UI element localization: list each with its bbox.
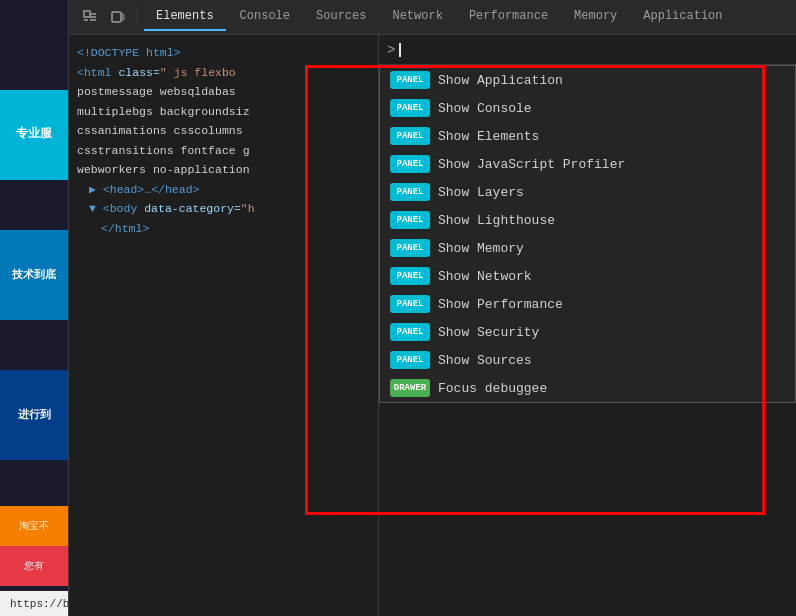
svg-rect-6 — [122, 14, 124, 20]
command-label: Show Network — [438, 269, 532, 284]
website-banner-3: 进行到 — [0, 370, 68, 460]
command-item[interactable]: PanelShow Sources — [380, 346, 795, 374]
console-prompt: > — [387, 42, 395, 58]
console-cursor — [399, 43, 401, 57]
command-item[interactable]: PanelShow Layers — [380, 178, 795, 206]
command-label: Show Layers — [438, 185, 524, 200]
command-badge: Drawer — [390, 379, 430, 397]
command-palette: PanelShow ApplicationPanelShow ConsolePa… — [379, 65, 796, 403]
command-item[interactable]: PanelShow Elements — [380, 122, 795, 150]
command-badge: Panel — [390, 267, 430, 285]
code-line: <html class=" js flexbo — [69, 63, 378, 83]
command-label: Show JavaScript Profiler — [438, 157, 625, 172]
command-badge: Panel — [390, 239, 430, 257]
code-line: webworkers no-application — [69, 160, 378, 180]
tab-network[interactable]: Network — [380, 3, 454, 31]
command-label: Show Sources — [438, 353, 532, 368]
command-badge: Panel — [390, 351, 430, 369]
command-label: Show Console — [438, 101, 532, 116]
command-item[interactable]: PanelShow Lighthouse — [380, 206, 795, 234]
devtools-toolbar: Elements Console Sources Network Perform… — [69, 0, 796, 35]
tab-console[interactable]: Console — [228, 3, 302, 31]
command-item[interactable]: PanelShow Performance — [380, 290, 795, 318]
command-badge: Panel — [390, 99, 430, 117]
svg-rect-0 — [84, 11, 90, 17]
command-badge: Panel — [390, 295, 430, 313]
command-item[interactable]: DrawerFocus debuggee — [380, 374, 795, 402]
command-item[interactable]: PanelShow Memory — [380, 234, 795, 262]
command-badge: Panel — [390, 127, 430, 145]
inspect-element-icon[interactable] — [77, 4, 103, 30]
command-badge: Panel — [390, 155, 430, 173]
command-label: Show Performance — [438, 297, 563, 312]
command-label: Show Security — [438, 325, 539, 340]
devtools-content: <!DOCTYPE html> <html class=" js flexbo … — [69, 35, 796, 616]
command-item[interactable]: PanelShow Network — [380, 262, 795, 290]
toolbar-separator — [137, 7, 138, 27]
command-label: Focus debuggee — [438, 381, 547, 396]
console-input-bar: > — [379, 35, 796, 65]
command-badge: Panel — [390, 71, 430, 89]
website-ad: 淘宝不 — [0, 506, 68, 546]
code-line: csstransitions fontface g — [69, 141, 378, 161]
command-item[interactable]: PanelShow Application — [380, 66, 795, 94]
command-badge: Panel — [390, 323, 430, 341]
device-toolbar-icon[interactable] — [105, 4, 131, 30]
website-notification: 您有 — [0, 546, 68, 586]
command-item[interactable]: PanelShow JavaScript Profiler — [380, 150, 795, 178]
right-panel: > PanelShow ApplicationPanelShow Console… — [379, 35, 796, 616]
website-banner-1: 专业服 — [0, 90, 68, 180]
tab-elements[interactable]: Elements — [144, 3, 226, 31]
command-item[interactable]: PanelShow Security — [380, 318, 795, 346]
command-label: Show Elements — [438, 129, 539, 144]
devtools-panel: Elements Console Sources Network Perform… — [68, 0, 796, 616]
code-line[interactable]: ▼ <body data-category="h — [69, 199, 378, 219]
svg-rect-5 — [112, 12, 121, 22]
command-item[interactable]: PanelShow Console — [380, 94, 795, 122]
code-line: </html> — [69, 219, 378, 239]
tab-performance[interactable]: Performance — [457, 3, 560, 31]
code-line[interactable]: ▶ <head>…</head> — [69, 180, 378, 200]
command-label: Show Application — [438, 73, 563, 88]
code-line: <!DOCTYPE html> — [69, 43, 378, 63]
command-badge: Panel — [390, 183, 430, 201]
code-line: multiplebgs backgroundsiz — [69, 102, 378, 122]
tab-sources[interactable]: Sources — [304, 3, 378, 31]
website-banner-2: 技术到底 — [0, 230, 68, 320]
code-line: cssanimations csscolumns — [69, 121, 378, 141]
elements-panel: <!DOCTYPE html> <html class=" js flexbo … — [69, 35, 379, 616]
tab-application[interactable]: Application — [631, 3, 734, 31]
command-badge: Panel — [390, 211, 430, 229]
tab-memory[interactable]: Memory — [562, 3, 629, 31]
command-label: Show Lighthouse — [438, 213, 555, 228]
code-line: postmessage websqldabas — [69, 82, 378, 102]
command-label: Show Memory — [438, 241, 524, 256]
